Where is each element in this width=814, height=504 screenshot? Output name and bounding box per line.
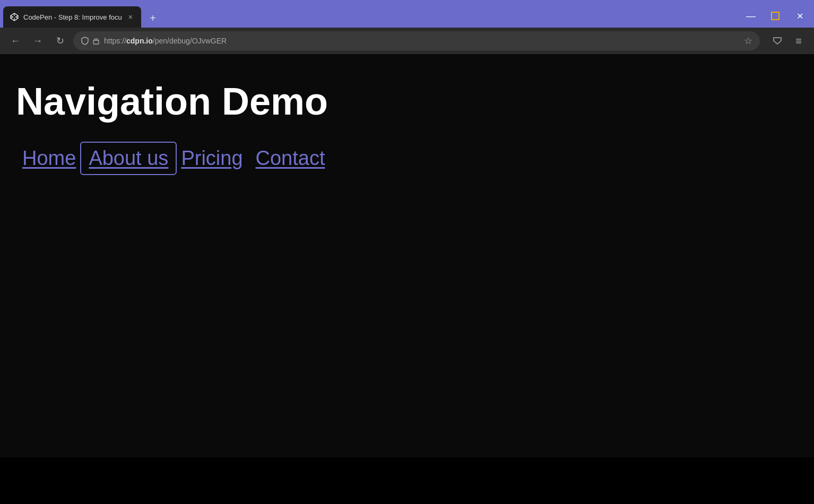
svg-rect-8 bbox=[772, 12, 779, 20]
nav-link-home[interactable]: Home bbox=[16, 144, 82, 173]
lock-icon bbox=[92, 37, 100, 45]
address-bar[interactable]: https://cdpn.io/pen/debug/OJvwGER ☆ bbox=[73, 31, 760, 50]
tab-favicon-icon bbox=[10, 12, 19, 22]
new-tab-button[interactable]: + bbox=[143, 8, 162, 28]
refresh-button[interactable]: ↻ bbox=[51, 32, 69, 50]
nav-link-contact[interactable]: Contact bbox=[249, 144, 332, 173]
bookmark-star-icon[interactable]: ☆ bbox=[744, 35, 752, 47]
minimize-button[interactable]: — bbox=[739, 6, 763, 25]
shield-icon bbox=[81, 37, 89, 45]
menu-button[interactable]: ≡ bbox=[790, 32, 808, 50]
url-path: /pen/debug/OJvwGER bbox=[153, 37, 227, 45]
url-display[interactable]: https://cdpn.io/pen/debug/OJvwGER bbox=[104, 37, 740, 45]
nav-links: Home About us Pricing Contact bbox=[16, 144, 798, 173]
nav-link-about[interactable]: About us bbox=[82, 144, 175, 173]
maximize-button[interactable] bbox=[763, 6, 787, 25]
close-window-button[interactable]: ✕ bbox=[787, 6, 812, 25]
navigation-bar: ← → ↻ https://cdpn.io/pen/debug/OJvwGER … bbox=[0, 28, 814, 54]
forward-button[interactable]: → bbox=[29, 32, 47, 50]
tab-close-button[interactable]: × bbox=[126, 12, 135, 22]
address-security-icons bbox=[81, 37, 100, 45]
url-domain: cdpn.io bbox=[126, 37, 153, 45]
browser-tab[interactable]: CodePen - Step 8: Improve focu × bbox=[3, 6, 141, 28]
nav-link-pricing[interactable]: Pricing bbox=[175, 144, 249, 173]
maximize-icon bbox=[771, 12, 780, 20]
page-content: Navigation Demo Home About us Pricing Co… bbox=[0, 54, 814, 457]
svg-rect-9 bbox=[93, 40, 99, 44]
pocket-icon bbox=[772, 36, 783, 46]
page-title: Navigation Demo bbox=[16, 81, 798, 123]
nav-right-icons: ≡ bbox=[768, 32, 808, 50]
url-protocol: https:// bbox=[104, 37, 126, 45]
tab-title: CodePen - Step 8: Improve focu bbox=[23, 13, 122, 21]
back-button[interactable]: ← bbox=[6, 32, 24, 50]
browser-chrome: CodePen - Step 8: Improve focu × + — ✕ ←… bbox=[0, 0, 814, 54]
pocket-button[interactable] bbox=[768, 32, 786, 50]
